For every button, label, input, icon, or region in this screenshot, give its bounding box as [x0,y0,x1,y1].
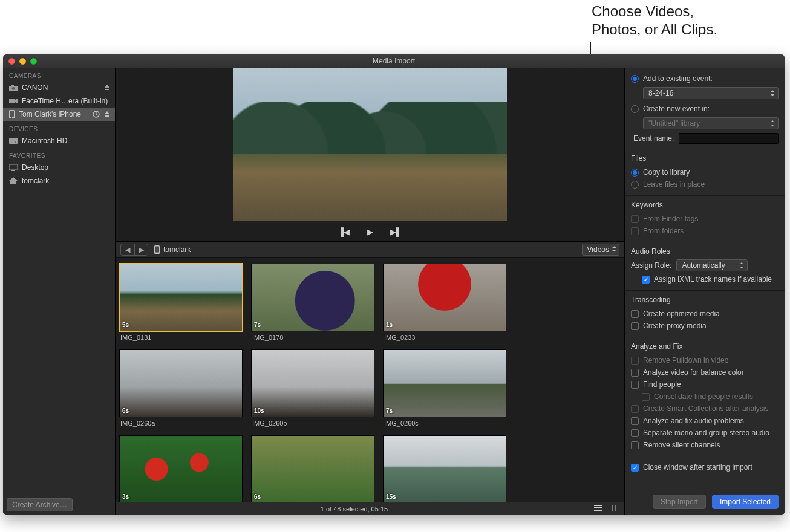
phone-icon [154,245,160,254]
clip-thumbnail[interactable]: 7s [383,349,506,417]
sidebar-item-facetime[interactable]: FaceTime H…era (Built-in) [3,94,115,108]
assign-role-select[interactable]: Automatically [676,259,748,271]
clip-name: IMG_0233 [383,331,506,346]
files-section: Files Copy to library Leave files in pla… [625,149,785,196]
sidebar-item-home[interactable]: tomclark [3,174,115,187]
checkbox-label: Assign iXML track names if available [654,275,772,284]
eject-icon[interactable] [104,85,110,91]
balance-color-checkbox[interactable]: Analyze video for balance color [631,366,779,378]
remove-silent-checkbox[interactable]: Remove silent channels [631,439,779,451]
zoom-window-button[interactable] [30,58,37,65]
section-heading: Keywords [631,201,779,209]
close-window-checkbox[interactable]: Close window after starting import [631,461,779,473]
svg-rect-1 [11,85,14,86]
assign-ixml-checkbox[interactable]: Assign iXML track names if available [631,271,779,285]
svg-rect-11 [11,170,15,171]
create-optimized-checkbox[interactable]: Create optimized media [631,308,779,320]
import-selected-button[interactable]: Import Selected [712,495,779,509]
clip-thumbnail[interactable]: 3s [119,435,243,502]
clip-grid[interactable]: 5sIMG_01317sIMG_01781sIMG_02336sIMG_0260… [116,258,624,502]
event-name-input[interactable] [679,133,779,144]
radio-on-icon [631,75,639,83]
create-proxy-checkbox[interactable]: Create proxy media [631,320,779,332]
filmstrip-view-button[interactable] [610,505,618,513]
close-window-section: Close window after starting import [625,456,785,478]
list-view-button[interactable] [594,505,602,513]
sidebar-item-label: FaceTime H…era (Built-in) [22,97,110,105]
clip-cell[interactable]: 6sIMG_0260a [119,349,243,432]
sidebar-item-label: Tom Clark's iPhone [19,110,88,118]
media-filter-dropdown[interactable]: Videos [582,244,619,256]
close-window-button[interactable] [8,58,15,65]
clip-cell[interactable]: 7sIMG_0178 [251,264,374,346]
create-archive-button[interactable]: Create Archive… [7,498,73,511]
callout-text: Choose Videos, Photos, or All Clips. [592,2,717,39]
clip-cell[interactable]: 6sIMG_0298 [251,435,374,502]
svg-point-6 [11,117,12,118]
event-section: Add to existing event: 8-24-16 Create ne… [625,68,785,149]
clip-thumbnail[interactable]: 7s [251,264,374,331]
clip-thumbnail[interactable]: 6s [119,349,243,417]
svg-rect-13 [155,247,159,253]
checkbox-icon [631,369,639,377]
add-to-existing-radio[interactable]: Add to existing event: [631,73,779,85]
path-label: tomclark [163,245,191,254]
checkbox-icon [631,357,639,365]
separate-mono-checkbox[interactable]: Separate mono and group stereo audio [631,427,779,439]
checkbox-label: Create Smart Collections after analysis [643,404,768,413]
clip-cell[interactable]: 10sIMG_0260b [251,349,374,432]
checkbox-icon [631,441,639,449]
section-heading: Files [631,154,779,163]
checkbox-label: Create optimized media [643,310,720,318]
from-folders-checkbox: From folders [631,225,779,237]
prev-clip-button[interactable]: ▐◀ [338,227,350,236]
sidebar-group-cameras: CAMERAS [3,68,115,81]
clip-thumbnail[interactable]: 1s [383,264,506,331]
window-title: Media Import [3,57,785,65]
sidebar-item-canon[interactable]: CANON [3,81,115,94]
clip-cell[interactable]: 5sIMG_0131 [119,264,243,346]
from-finder-tags-checkbox: From Finder tags [631,213,779,225]
path-control[interactable]: tomclark [154,245,191,254]
sync-icon [93,111,100,118]
nav-buttons: ◀ ▶ [120,244,148,256]
clip-cell[interactable]: 7sIMG_0260c [383,349,506,432]
checkbox-label: Consolidate find people results [654,392,753,401]
sidebar-item-label: Desktop [22,163,110,172]
clip-name: IMG_0178 [251,331,374,346]
remove-pulldown-checkbox: Remove Pulldown in video [631,354,779,366]
minimize-window-button[interactable] [19,58,26,65]
copy-to-library-radio[interactable]: Copy to library [631,166,779,178]
next-clip-button[interactable]: ▶▌ [390,227,402,236]
clip-thumbnail[interactable]: 6s [251,435,374,502]
import-options-panel: Add to existing event: 8-24-16 Create ne… [624,68,785,515]
clip-cell[interactable]: 15sIMG_0322 [383,435,506,502]
play-button[interactable]: ▶ [367,227,373,236]
sidebar-item-iphone[interactable]: Tom Clark's iPhone [3,108,115,121]
clip-duration: 7s [386,407,393,414]
clip-duration: 15s [386,493,396,500]
new-event-library-select: "Untitled" library [643,117,779,129]
checkbox-icon [631,381,639,389]
find-people-checkbox[interactable]: Find people [631,378,779,391]
fix-audio-checkbox[interactable]: Analyze and fix audio problems [631,415,779,427]
center-panel: ▐◀ ▶ ▶▌ ◀ ▶ tomclark Videos 5sIMG_01317s… [116,68,624,515]
eject-icon[interactable] [104,111,110,117]
clip-thumbnail[interactable]: 10s [251,349,374,417]
checkbox-icon [631,429,639,437]
transcoding-section: Transcoding Create optimized media Creat… [625,291,785,337]
clip-cell[interactable]: 1sIMG_0233 [383,264,506,346]
existing-event-select[interactable]: 8-24-16 [643,87,779,99]
svg-point-2 [12,87,15,90]
stop-import-button[interactable]: Stop Import [653,495,706,509]
clip-thumbnail[interactable]: 15s [383,435,506,502]
nav-back-button[interactable]: ◀ [121,244,134,255]
nav-forward-button[interactable]: ▶ [134,244,148,255]
sidebar-item-macintosh-hd[interactable]: Macintosh HD [3,134,115,148]
radio-off-icon [631,181,639,189]
create-new-event-radio[interactable]: Create new event in: [631,103,779,115]
camera-icon [9,85,18,91]
sidebar-item-desktop[interactable]: Desktop [3,161,115,174]
clip-cell[interactable]: 3sIMG_0297 [119,435,243,502]
clip-thumbnail[interactable]: 5s [119,264,243,331]
